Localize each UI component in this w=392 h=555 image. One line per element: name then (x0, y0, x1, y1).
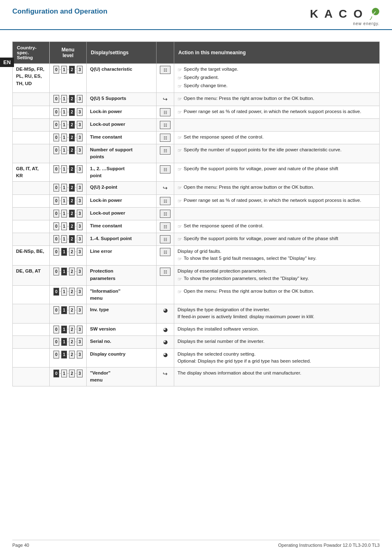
table-row: 0-1-2-3Lock-out power☷ (13, 208, 380, 220)
display-cell: Lock-in power (87, 195, 157, 208)
main-content: Country-spec. Setting Menulevel Display/… (0, 30, 392, 386)
menu-level-cell: 0-1-2-3 (50, 144, 87, 163)
country-cell (13, 336, 50, 349)
action-cell: Display of grid faults.☞To show the last… (174, 246, 380, 266)
footer-page: Page 40 (12, 543, 29, 548)
display-cell: "Vendor"menu (87, 368, 157, 386)
action-cell: Displays the installed software version. (174, 323, 380, 336)
circle-icon: ◕ (163, 339, 168, 345)
action-item: If feed-in power is actively limited: di… (178, 313, 376, 320)
menu-level-cell: 0-1-2-3 (50, 106, 87, 119)
country-cell (13, 304, 50, 324)
action-cell: ☞Open the menu: Press the right arrow bu… (174, 285, 380, 304)
icon-cell: ◕ (157, 304, 174, 324)
country-cell: GB, IT, AT, KR (13, 163, 50, 182)
action-bullet: ☞ (178, 147, 182, 154)
action-cell: ☞Set the response speed of the control. (174, 132, 380, 144)
menu-level-cell: 0-1-2-3 (50, 285, 87, 304)
country-cell (13, 119, 50, 132)
country-cell (13, 182, 50, 195)
action-item: ☞Specify the number of support points fo… (178, 146, 376, 154)
circle-icon: ◕ (163, 326, 168, 333)
en-badge: EN (0, 58, 14, 67)
action-cell: ☞Specify the target voltage.☞Specify gra… (174, 64, 380, 93)
table-row: 0-1-2-3Serial no.◕Displays the serial nu… (13, 336, 380, 349)
menu-level-cell: 0-1-2-3 (50, 304, 87, 324)
country-cell (13, 132, 50, 144)
menu-icon: ☷ (160, 222, 171, 231)
display-cell: Display country (87, 348, 157, 368)
icon-cell: ☷ (157, 266, 174, 285)
country-cell (13, 195, 50, 208)
action-bullet: ☞ (178, 255, 182, 263)
action-plain: The display shows information about the … (178, 370, 301, 375)
page-footer: Page 40 Operating Instructions Powador 1… (12, 540, 380, 548)
menu-level-cell: 0-1-2-3 (50, 220, 87, 233)
table-row: DE-NSp, BE,0-1-2-3Line error☷Display of … (13, 246, 380, 266)
table-row: 0-1-2-3"Information"menu☞Open the menu: … (13, 285, 380, 304)
country-cell (13, 208, 50, 220)
main-table: Country-spec. Setting Menulevel Display/… (12, 42, 380, 386)
action-text: Open the menu: Press the right arrow but… (184, 288, 314, 295)
action-bullet: ☞ (178, 236, 182, 243)
menu-icon: ☷ (160, 66, 171, 74)
display-cell: Lock-in power (87, 106, 157, 119)
col-header-icon (157, 42, 174, 64)
menu-level-cell: 0-1-2-3 (50, 208, 87, 220)
logo-leaf-icon (367, 7, 380, 21)
arrow-icon: ↪ (163, 370, 168, 377)
action-cell: ☞Specify the number of support points fo… (174, 144, 380, 163)
table-row: 0-1-2-3Lock-out power☷ (13, 119, 380, 132)
table-row: DE, GB, AT0-1-2-3Protectionparameters☷Di… (13, 266, 380, 285)
menu-level-cell: 0-1-2-3 (50, 132, 87, 144)
action-plain: Display of grid faults. (178, 249, 221, 254)
action-bullet: ☞ (178, 95, 182, 103)
action-cell: Displays the serial number of the invert… (174, 336, 380, 349)
action-bullet: ☞ (178, 166, 182, 173)
display-cell: Line error (87, 246, 157, 266)
icon-cell: ☷ (157, 195, 174, 208)
table-row: 0-1-2-3Lock-in power☷☞Power range set as… (13, 195, 380, 208)
display-cell: Time constant (87, 132, 157, 144)
country-cell (13, 233, 50, 246)
country-cell: DE-MSp, FR,PL, RU, ES,TH, UD (13, 64, 50, 93)
display-cell: Q(U) characteristic (87, 64, 157, 93)
display-cell: 1., 2. …Supportpoint (87, 163, 157, 182)
action-cell (174, 208, 380, 220)
action-text: Optional: Displays the grid type if a gr… (178, 358, 311, 365)
action-cell: ☞Open the menu: Press the right arrow bu… (174, 93, 380, 106)
action-item: ☞Open the menu: Press the right arrow bu… (178, 95, 376, 103)
action-bullet: ☞ (178, 74, 182, 82)
circle-icon: ◕ (163, 307, 168, 313)
action-text: Specify gradient. (184, 74, 219, 81)
action-bullet: ☞ (178, 109, 182, 116)
country-cell (13, 368, 50, 386)
display-cell: Q(U) 2-point (87, 182, 157, 195)
action-item: ☞Power range set as % of rated power, in… (178, 108, 376, 116)
action-item: ☞Set the response speed of the control. (178, 134, 376, 141)
action-cell: The display shows information about the … (174, 368, 380, 386)
table-row: GB, IT, AT, KR0-1-2-31., 2. …Supportpoin… (13, 163, 380, 182)
icon-cell: ☷ (157, 233, 174, 246)
action-bullet: ☞ (178, 288, 182, 296)
country-cell: DE, GB, AT (13, 266, 50, 285)
logo-subtitle: new energy. (353, 21, 380, 26)
menu-level-cell: 0-1-2-3 (50, 195, 87, 208)
table-row: DE-MSp, FR,PL, RU, ES,TH, UD0-1-2-3Q(U) … (13, 64, 380, 93)
country-cell (13, 93, 50, 106)
icon-cell: ☷ (157, 106, 174, 119)
action-item: ☞Specify change time. (178, 82, 376, 90)
icon-cell: ◕ (157, 348, 174, 368)
action-plain: Displays the type designation of the inv… (178, 307, 270, 312)
display-cell: Lock-out power (87, 119, 157, 132)
action-cell: ☞Open the menu: Press the right arrow bu… (174, 182, 380, 195)
country-cell (13, 285, 50, 304)
action-bullet: ☞ (178, 184, 182, 192)
menu-level-cell: 0-1-2-3 (50, 64, 87, 93)
action-item: ☞Open the menu: Press the right arrow bu… (178, 288, 376, 296)
country-cell: DE-NSp, BE, (13, 246, 50, 266)
menu-level-cell: 0-1-2-3 (50, 119, 87, 132)
menu-icon: ☷ (160, 268, 171, 276)
action-text: Set the response speed of the control. (184, 134, 263, 141)
menu-icon: ☷ (160, 121, 171, 129)
